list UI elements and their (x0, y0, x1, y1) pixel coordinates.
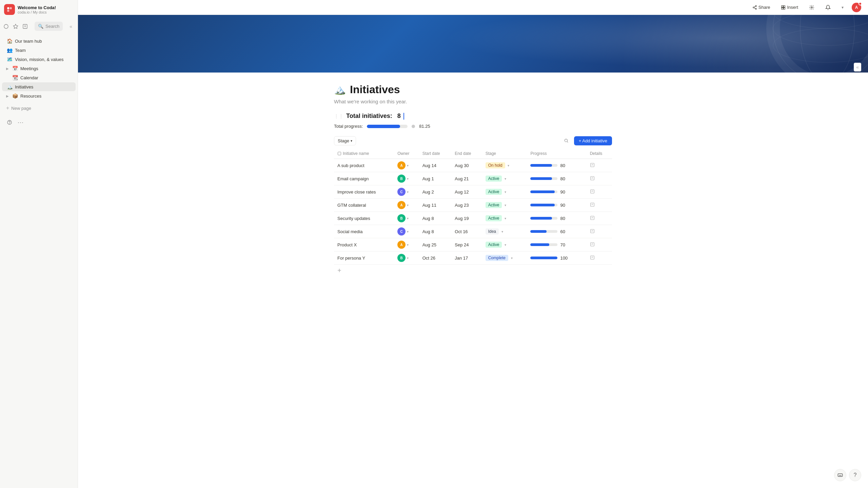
cell-details (587, 159, 612, 172)
sidebar-item-team[interactable]: 👥 Team (2, 46, 76, 55)
svg-rect-15 (782, 5, 783, 7)
svg-point-24 (773, 28, 868, 62)
table-row[interactable]: Security updates B ▾ Aug 8 Aug 19 Active… (334, 212, 612, 225)
svg-line-14 (754, 6, 755, 7)
stage-dropdown-chevron[interactable]: ▾ (505, 203, 506, 207)
help-question-btn[interactable]: ? (849, 469, 861, 481)
details-icon[interactable] (590, 176, 595, 182)
mini-progress-fill (530, 164, 552, 167)
details-icon[interactable] (590, 203, 595, 208)
table-search-button[interactable] (561, 136, 571, 146)
shortcuts-btn[interactable] (834, 469, 846, 481)
text-cursor (403, 113, 404, 120)
table-row[interactable]: Social media C ▾ Aug 8 Oct 16 Idea ▾ 60 (334, 225, 612, 238)
vision-icon: 🗺️ (6, 57, 13, 62)
sidebar-item-label: Initiatives (15, 84, 33, 89)
details-icon[interactable] (590, 229, 595, 235)
stage-badge[interactable]: Active (486, 189, 502, 195)
sidebar-item-resources[interactable]: ▶ 📦 Resources (2, 92, 76, 100)
mini-progress-fill (530, 243, 549, 246)
owner-dropdown-chevron[interactable]: ▾ (407, 217, 409, 220)
user-avatar[interactable]: A (852, 3, 861, 12)
initiatives-count: 8 (397, 113, 401, 119)
stage-dropdown-chevron[interactable]: ▾ (511, 256, 513, 260)
search-box[interactable]: 🔍 Search (35, 22, 63, 31)
owner-dropdown-chevron[interactable]: ▾ (407, 256, 409, 260)
stage-badge[interactable]: Active (486, 176, 502, 182)
stage-dropdown-chevron[interactable]: ▾ (508, 164, 509, 167)
sidebar-collapse-btn[interactable]: « (68, 22, 74, 30)
new-page-button[interactable]: + New page (2, 103, 76, 113)
cell-start: Aug 2 (419, 185, 452, 199)
stage-dropdown-chevron[interactable]: ▾ (505, 177, 506, 181)
home-icon-btn[interactable] (2, 21, 10, 32)
docs-icon-btn[interactable] (21, 21, 29, 32)
stage-dropdown-chevron[interactable]: ▾ (505, 217, 506, 220)
stage-badge[interactable]: Active (486, 242, 502, 248)
svg-point-3 (4, 24, 8, 28)
owner-dropdown-chevron[interactable]: ▾ (407, 230, 409, 233)
details-icon[interactable] (590, 189, 595, 195)
meetings-icon: 📅 (12, 66, 18, 71)
stage-badge[interactable]: Idea (486, 228, 499, 235)
details-icon[interactable] (590, 242, 595, 248)
app-logo[interactable] (4, 4, 15, 15)
table-row[interactable]: Improve close rates C ▾ Aug 2 Aug 12 Act… (334, 185, 612, 199)
details-icon[interactable] (590, 163, 595, 168)
cell-stage: Active ▾ (482, 199, 527, 212)
stage-badge[interactable]: Complete (486, 255, 508, 261)
stage-dropdown-chevron[interactable]: ▾ (501, 230, 503, 233)
sidebar-item-calendar[interactable]: 📆 Calendar (2, 73, 76, 82)
right-panel-collapse-btn[interactable]: « (854, 63, 861, 72)
cell-stage: On hold ▾ (482, 159, 527, 172)
section-title: Total initiatives: 8 (346, 113, 401, 120)
cell-details (587, 172, 612, 185)
stage-badge[interactable]: Active (486, 202, 502, 208)
details-icon[interactable] (590, 216, 595, 221)
insert-label: Insert (787, 5, 798, 10)
table-row[interactable]: A sub product A ▾ Aug 14 Aug 30 On hold … (334, 159, 612, 172)
owner-dropdown-chevron[interactable]: ▾ (407, 203, 409, 207)
insert-button[interactable]: Insert (778, 3, 801, 11)
drag-handle-icon[interactable]: ⋮⋮ (334, 114, 343, 119)
account-dropdown[interactable]: ▾ (839, 4, 846, 11)
sidebar-item-label: Vision, mission, & values (15, 57, 64, 62)
notifications-btn[interactable] (823, 3, 833, 12)
owner-dropdown-chevron[interactable]: ▾ (407, 164, 409, 167)
owner-dropdown-chevron[interactable]: ▾ (407, 243, 409, 247)
sidebar-item-initiatives[interactable]: 🏔️ Initiatives (2, 82, 76, 91)
cell-start: Aug 8 (419, 225, 452, 238)
table-row[interactable]: Email campaign B ▾ Aug 1 Aug 21 Active ▾… (334, 172, 612, 185)
help-icon-btn[interactable] (4, 117, 15, 128)
mini-progress-fill (530, 204, 555, 206)
sidebar-item-vision[interactable]: 🗺️ Vision, mission, & values (2, 55, 76, 64)
stage-badge[interactable]: On hold (486, 162, 505, 168)
owner-dropdown-chevron[interactable]: ▾ (407, 190, 409, 194)
star-icon-btn[interactable] (12, 21, 20, 32)
owner-dropdown-chevron[interactable]: ▾ (407, 177, 409, 181)
sidebar-item-team-hub[interactable]: 🏠 Our team hub (2, 37, 76, 45)
details-icon[interactable] (590, 256, 595, 261)
cell-progress: 70 (527, 238, 586, 251)
table-row[interactable]: For persona Y B ▾ Oct 26 Jan 17 Complete… (334, 251, 612, 265)
add-row-plus-icon: + (337, 267, 341, 274)
search-icon: 🔍 (38, 24, 43, 29)
settings-btn[interactable] (806, 3, 817, 12)
initiatives-table: Initiative name Owner Start date End dat… (334, 148, 612, 265)
stage-filter-button[interactable]: Stage ▾ (334, 136, 356, 145)
more-options-btn[interactable]: ··· (18, 119, 24, 126)
calendar-icon: 📆 (12, 75, 18, 80)
add-row-button[interactable]: + (334, 265, 612, 277)
cell-end: Aug 23 (451, 199, 482, 212)
stage-dropdown-chevron[interactable]: ▾ (505, 243, 506, 247)
table-row[interactable]: Product X A ▾ Aug 25 Sep 24 Active ▾ 70 (334, 238, 612, 251)
cell-start: Aug 11 (419, 199, 452, 212)
stage-badge[interactable]: Active (486, 215, 502, 221)
sidebar-item-meetings[interactable]: ▶ 📅 Meetings (2, 64, 76, 73)
page-inner: 🏔️ Initiatives What we're working on thi… (320, 73, 626, 287)
bottom-help-area: ? (834, 469, 861, 481)
add-initiative-button[interactable]: + Add initiative (574, 136, 612, 145)
table-row[interactable]: GTM collateral A ▾ Aug 11 Aug 23 Active … (334, 199, 612, 212)
stage-dropdown-chevron[interactable]: ▾ (505, 190, 506, 194)
share-button[interactable]: Share (750, 3, 773, 11)
